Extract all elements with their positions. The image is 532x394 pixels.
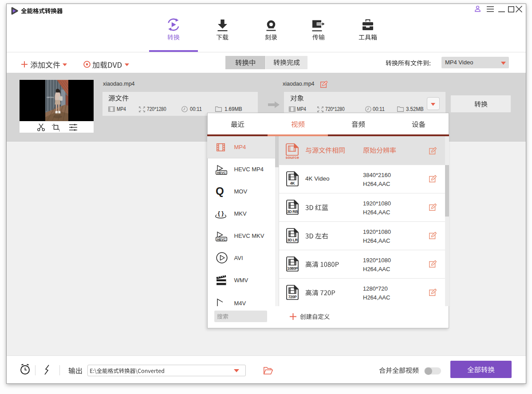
svg-text:720P: 720P: [288, 295, 297, 299]
svg-text:source: source: [286, 155, 299, 159]
svg-text:VSP23%: VSP23%: [47, 96, 54, 98]
svg-text:3D RB: 3D RB: [287, 209, 298, 214]
svg-text:1080P: 1080P: [287, 266, 298, 271]
svg-text:4K: 4K: [290, 181, 295, 185]
svg-text:3D LR: 3D LR: [287, 238, 297, 242]
svg-text:HEVC: HEVC: [217, 238, 225, 241]
svg-text:HEVC: HEVC: [217, 171, 225, 174]
svg-text:{ }: { }: [218, 210, 224, 217]
